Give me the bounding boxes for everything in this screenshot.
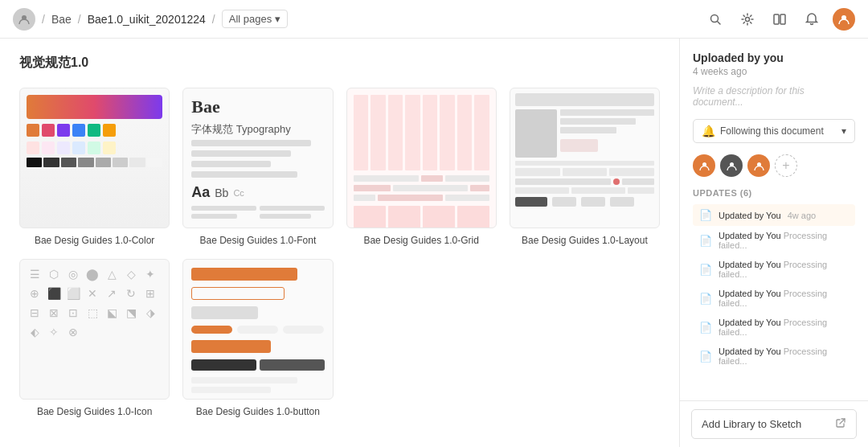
header-left: / Bae / Bae1.0_uikit_20201224 / All page… — [13, 8, 288, 31]
content-panel: 视觉规范1.0 — [0, 39, 679, 447]
it-icon-17: ⊡ — [67, 306, 80, 319]
card-label-button: Bae Desig Guides 1.0-button — [182, 406, 333, 417]
it-icon-22: ⬖ — [28, 326, 41, 338]
breadcrumb-sep-2: / — [78, 13, 81, 26]
updates-label: UPDATES (6) — [693, 188, 855, 198]
svg-rect-4 — [774, 14, 779, 24]
user-avatar[interactable] — [833, 8, 855, 31]
card-thumb-color — [19, 88, 170, 228]
svg-line-2 — [718, 21, 721, 24]
file-icon-5: 📄 — [699, 351, 712, 363]
it-icon-24: ⊗ — [67, 326, 80, 338]
update-item-2[interactable]: 📄 Updated by You Processing failed... — [693, 255, 855, 284]
card-font[interactable]: Bae 字体规范 Typography Aa Bb Cc — [182, 88, 333, 246]
file-icon-1: 📄 — [699, 235, 712, 247]
it-icon-14: ⊞ — [144, 287, 157, 300]
sidebar: Uploaded by you 4 weeks ago Write a desc… — [679, 39, 868, 447]
card-thumb-layout — [510, 88, 660, 228]
avatars-row: + — [693, 154, 855, 177]
chevron-down-icon: ▾ — [841, 125, 846, 137]
update-item-3[interactable]: 📄 Updated by You Processing failed... — [693, 284, 855, 313]
card-icon[interactable]: ☰ ⬡ ◎ ⬤ △ ◇ ✦ ⊕ ⬛ ⬜ ✕ ↗ ↻ ⊞ ⊟ — [19, 259, 170, 417]
sidebar-time-ago: 4 weeks ago — [693, 66, 855, 77]
card-label-grid: Bae Desig Guides 1.0-Grid — [346, 235, 497, 246]
panels-icon[interactable] — [768, 8, 791, 31]
it-icon-19: ⬕ — [105, 306, 118, 319]
it-icon-2: ⬡ — [47, 268, 60, 281]
search-icon[interactable] — [704, 8, 727, 31]
all-pages-button[interactable]: All pages ▾ — [222, 10, 288, 28]
it-icon-23: ✧ — [47, 326, 60, 338]
header: / Bae / Bae1.0_uikit_20201224 / All page… — [0, 0, 868, 39]
it-icon-11: ✕ — [86, 287, 99, 300]
avatar-2[interactable] — [720, 154, 743, 177]
it-icon-21: ⬗ — [144, 306, 157, 319]
it-icon-10: ⬜ — [67, 287, 80, 300]
card-color[interactable]: Bae Desig Guides 1.0-Color — [19, 88, 170, 246]
header-right — [704, 8, 855, 31]
sidebar-bottom: Add Library to Sketch — [680, 400, 868, 447]
svg-line-10 — [840, 419, 845, 424]
file-icon-2: 📄 — [699, 264, 712, 276]
breadcrumb-sep-1: / — [42, 13, 45, 26]
card-thumb-font: Bae 字体规范 Typography Aa Bb Cc — [182, 88, 333, 228]
sidebar-uploaded-by: Uploaded by you — [693, 51, 855, 64]
card-layout[interactable]: Bae Desig Guides 1.0-Layout — [510, 88, 660, 246]
breadcrumb-sep-3: / — [212, 13, 215, 26]
it-icon-18: ⬚ — [86, 306, 99, 319]
chevron-down-icon: ▾ — [275, 13, 280, 25]
it-icon-3: ◎ — [67, 268, 80, 281]
it-icon-12: ↗ — [105, 287, 118, 300]
card-label-font: Bae Desig Guides 1.0-Font — [182, 235, 333, 246]
it-icon-1: ☰ — [28, 268, 41, 281]
card-thumb-icon: ☰ ⬡ ◎ ⬤ △ ◇ ✦ ⊕ ⬛ ⬜ ✕ ↗ ↻ ⊞ ⊟ — [19, 259, 170, 400]
it-icon-15: ⊟ — [28, 306, 41, 319]
file-icon-0: 📄 — [699, 209, 712, 221]
card-button[interactable]: Bae Desig Guides 1.0-button — [182, 259, 333, 417]
user-icon[interactable] — [13, 8, 35, 31]
card-thumb-button — [182, 259, 333, 400]
avatar-1[interactable] — [693, 154, 715, 177]
cards-grid: Bae Desig Guides 1.0-Color Bae 字体规范 Typo… — [19, 88, 660, 417]
settings-icon[interactable] — [736, 8, 759, 31]
card-label-color: Bae Desig Guides 1.0-Color — [19, 235, 170, 246]
it-icon-8: ⊕ — [28, 287, 41, 300]
update-item-5[interactable]: 📄 Updated by You Processing failed... — [693, 342, 855, 371]
it-icon-20: ⬔ — [125, 306, 137, 319]
bell-icon: 🔔 — [702, 125, 715, 137]
add-collaborator-button[interactable]: + — [775, 154, 797, 177]
it-icon-4: ⬤ — [86, 268, 99, 281]
it-icon-7: ✦ — [144, 268, 157, 281]
sidebar-top: Uploaded by you 4 weeks ago Write a desc… — [680, 39, 868, 400]
external-link-icon — [835, 417, 846, 431]
svg-rect-5 — [780, 14, 785, 24]
breadcrumb-bae[interactable]: Bae — [51, 13, 72, 26]
avatar-3[interactable] — [747, 154, 770, 177]
update-item-0[interactable]: 📄 Updated by You 4w ago — [693, 204, 855, 226]
sidebar-description-placeholder[interactable]: Write a description for this document... — [693, 85, 855, 108]
file-icon-3: 📄 — [699, 293, 712, 305]
main: 视觉规范1.0 — [0, 39, 868, 447]
card-thumb-grid — [346, 88, 497, 228]
page-title: 视觉规范1.0 — [19, 55, 660, 72]
it-icon-13: ↻ — [125, 287, 137, 300]
card-label-layout: Bae Desig Guides 1.0-Layout — [510, 235, 660, 246]
card-label-icon: Bae Desig Guides 1.0-Icon — [19, 406, 170, 417]
it-icon-9: ⬛ — [47, 287, 60, 300]
breadcrumb-project: Bae1.0_uikit_20201224 — [88, 13, 206, 26]
card-grid[interactable]: Bae Desig Guides 1.0-Grid — [346, 88, 497, 246]
svg-point-3 — [746, 17, 750, 21]
it-icon-5: △ — [105, 268, 118, 281]
follow-document-button[interactable]: 🔔 Following this document ▾ — [693, 119, 855, 143]
notifications-icon[interactable] — [800, 8, 823, 31]
update-item-4[interactable]: 📄 Updated by You Processing failed... — [693, 313, 855, 342]
it-icon-6: ◇ — [125, 268, 137, 281]
update-item-1[interactable]: 📄 Updated by You Processing failed... — [693, 226, 855, 255]
file-icon-4: 📄 — [699, 322, 712, 334]
it-icon-16: ⊠ — [47, 306, 60, 319]
add-library-button[interactable]: Add Library to Sketch — [691, 409, 857, 439]
